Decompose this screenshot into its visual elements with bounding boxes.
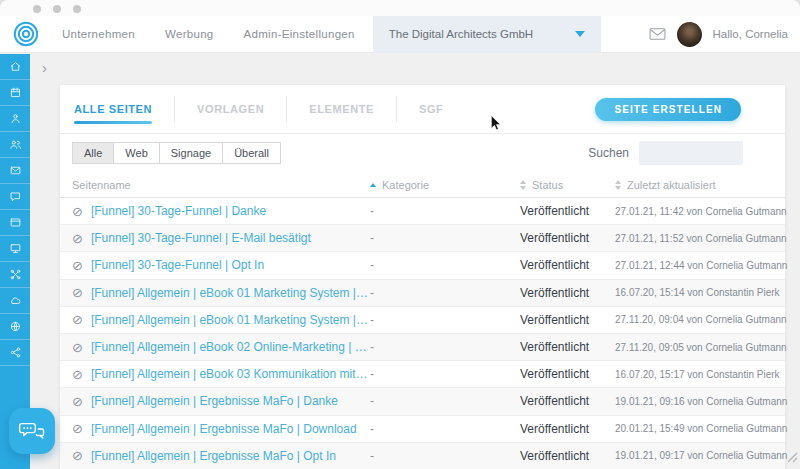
last-updated-cell: 27.01.21, 11:52 von Cornelia Gutmann — [615, 233, 773, 244]
top-navigation: UnternehmenWerbungAdmin-Einstellungen Th… — [0, 16, 800, 53]
category-cell: - — [370, 313, 520, 327]
chat-fab-button[interactable] — [9, 408, 55, 454]
share-icon — [9, 346, 22, 359]
search-input[interactable] — [639, 141, 743, 165]
page-link[interactable]: [Funnel] 30-Tage-Funnel | E-Mail besätig… — [91, 231, 311, 245]
tab-sgf[interactable]: SGF — [419, 103, 443, 115]
window-control-dot[interactable] — [73, 5, 81, 13]
sidebar-expand-chevron[interactable]: › — [42, 59, 47, 76]
column-header-seitenname[interactable]: Seitenname — [72, 179, 370, 191]
filter-row: AlleWebSignageÜberall Suchen — [60, 134, 785, 172]
page-link[interactable]: [Funnel] 30-Tage-Funnel | Danke — [91, 204, 266, 218]
table-row: ⊘[Funnel] Allgemein | Ergebnisse MaFo | … — [60, 443, 785, 469]
page-link[interactable]: [Funnel] Allgemein | eBook 03 Kommunikat… — [91, 367, 370, 381]
page-link[interactable]: [Funnel] 30-Tage-Funnel | Opt In — [91, 258, 264, 272]
tab-alle-seiten[interactable]: ALLE SEITEN — [74, 103, 152, 115]
filter-signage[interactable]: Signage — [159, 142, 223, 164]
last-updated-cell: 27.01.21, 11:42 von Cornelia Gutmann — [615, 206, 773, 217]
sidebar-item-window[interactable] — [0, 210, 30, 236]
sidebar-item-user[interactable] — [0, 106, 30, 132]
page-link[interactable]: [Funnel] Allgemein | Ergebnisse MaFo | D… — [91, 422, 357, 436]
sidebar-item-mail[interactable] — [0, 158, 30, 184]
page-name-cell: ⊘[Funnel] Allgemein | eBook 03 Kommunika… — [72, 367, 370, 381]
topnav-right: Hallo, Cornelia — [649, 22, 800, 47]
sidebar-item-display[interactable] — [0, 236, 30, 262]
main-nav: UnternehmenWerbungAdmin-Einstellungen — [62, 28, 355, 40]
table-row: ⊘[Funnel] 30-Tage-Funnel | E-Mail besäti… — [60, 225, 785, 252]
nav-item-unternehmen[interactable]: Unternehmen — [62, 28, 135, 40]
table-header: SeitennameKategorieStatusZuletzt aktuali… — [60, 172, 785, 198]
blocked-icon: ⊘ — [72, 341, 83, 354]
page-link[interactable]: [Funnel] Allgemein | eBook 01 Marketing … — [91, 286, 370, 300]
globe-icon — [9, 320, 22, 333]
nav-item-admin-einstellungen[interactable]: Admin-Einstellungen — [244, 28, 355, 40]
user-icon — [9, 112, 22, 125]
status-cell: Veröffentlicht — [520, 340, 615, 354]
blocked-icon: ⊘ — [72, 259, 83, 272]
channel-filter-group: AlleWebSignageÜberall — [72, 142, 281, 164]
status-cell: Veröffentlicht — [520, 258, 615, 272]
cloud-icon — [9, 294, 22, 307]
sidebar-item-network[interactable] — [0, 262, 30, 288]
sidebar-item-calendar[interactable] — [0, 80, 30, 106]
page-link[interactable]: [Funnel] Allgemein | Ergebnisse MaFo | O… — [91, 449, 336, 463]
page-link[interactable]: [Funnel] Allgemein | eBook 02 Online-Mar… — [91, 340, 370, 354]
column-header-zuletzt-aktualisiert[interactable]: Zuletzt aktualisiert — [615, 179, 773, 191]
table-row: ⊘[Funnel] Allgemein | Ergebnisse MaFo | … — [60, 388, 785, 415]
category-cell: - — [370, 394, 520, 408]
tab-divider — [286, 96, 287, 122]
sort-icon — [520, 180, 526, 190]
table-row: ⊘[Funnel] Allgemein | eBook 03 Kommunika… — [60, 361, 785, 388]
last-updated-cell: 27.01.21, 12:44 von Cornelia Gutmann — [615, 260, 773, 271]
sidebar-item-users[interactable] — [0, 132, 30, 158]
page-name-cell: ⊘[Funnel] 30-Tage-Funnel | Danke — [72, 204, 370, 218]
sidebar-item-comment[interactable] — [0, 184, 30, 210]
network-icon — [9, 268, 22, 281]
status-cell: Veröffentlicht — [520, 422, 615, 436]
filter-web[interactable]: Web — [113, 142, 159, 164]
create-page-button[interactable]: SEITE ERSTELLEN — [595, 98, 741, 121]
category-cell: - — [370, 204, 520, 218]
page-name-cell: ⊘[Funnel] 30-Tage-Funnel | Opt In — [72, 258, 370, 272]
tab-vorlagen[interactable]: VORLAGEN — [197, 103, 264, 115]
sidebar-item-home[interactable] — [0, 54, 30, 80]
window-control-dot[interactable] — [33, 5, 41, 13]
chevron-down-icon — [575, 31, 585, 37]
window-control-dot[interactable] — [53, 5, 61, 13]
mail-icon[interactable] — [649, 27, 666, 41]
app-logo[interactable] — [12, 20, 40, 48]
filter-überall[interactable]: Überall — [222, 142, 281, 164]
sidebar-item-share[interactable] — [0, 340, 30, 366]
concentric-circles-logo-icon — [12, 20, 40, 48]
tabs-row: ALLE SEITENVORLAGENELEMENTESGFSEITE ERST… — [60, 85, 785, 133]
status-cell: Veröffentlicht — [520, 367, 615, 381]
blocked-icon: ⊘ — [72, 286, 83, 299]
window-controls — [0, 0, 800, 13]
column-header-kategorie[interactable]: Kategorie — [370, 179, 520, 191]
page-link[interactable]: [Funnel] Allgemein | eBook 01 Marketing … — [91, 313, 370, 327]
category-cell: - — [370, 367, 520, 381]
status-cell: Veröffentlicht — [520, 231, 615, 245]
category-cell: - — [370, 286, 520, 300]
window-titlebar — [0, 0, 800, 16]
tab-elemente[interactable]: ELEMENTE — [309, 103, 374, 115]
window-icon — [9, 216, 22, 229]
sidebar — [0, 54, 30, 469]
window-resize-handle[interactable] — [786, 449, 798, 467]
blocked-icon: ⊘ — [72, 368, 83, 381]
table-row: ⊘[Funnel] 30-Tage-Funnel | Opt In-Veröff… — [60, 252, 785, 279]
nav-item-werbung[interactable]: Werbung — [165, 28, 214, 40]
page-link[interactable]: [Funnel] Allgemein | Ergebnisse MaFo | D… — [91, 394, 338, 408]
page-name-cell: ⊘[Funnel] Allgemein | Ergebnisse MaFo | … — [72, 449, 370, 463]
sidebar-item-globe[interactable] — [0, 314, 30, 340]
status-cell: Veröffentlicht — [520, 286, 615, 300]
sidebar-item-cloud[interactable] — [0, 288, 30, 314]
last-updated-cell: 16.07.20, 15:17 von Constantin Pierk — [615, 369, 773, 380]
blocked-icon: ⊘ — [72, 395, 83, 408]
user-avatar[interactable] — [677, 22, 702, 47]
company-selector[interactable]: The Digital Architects GmbH — [373, 16, 601, 53]
tab-divider — [174, 96, 175, 122]
filter-alle[interactable]: Alle — [72, 142, 114, 164]
column-header-status[interactable]: Status — [520, 179, 615, 191]
comment-icon — [9, 190, 22, 203]
